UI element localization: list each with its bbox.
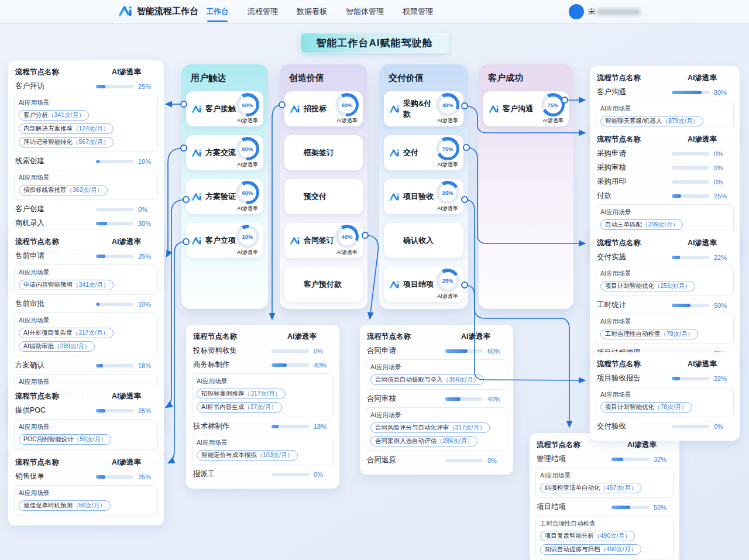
process-card[interactable]: 合同签订40%AI渗透率	[284, 223, 363, 258]
scenario-chips: 合同风险评分与自动化评审（317次/月）合同案例入选自动评估（286次/月）	[370, 422, 503, 446]
col-node-name: 流程节点名称	[537, 440, 611, 450]
ai-rate-bar: 30%	[96, 220, 157, 227]
nav-tab-item[interactable]: 流程管理	[248, 0, 278, 23]
stage-title: 创造价值	[289, 73, 358, 84]
scenario-box: AI应用场景工时合理性自动检查（78次/月）	[596, 314, 734, 344]
process-card[interactable]: 项目验收25%AI渗透率	[384, 179, 463, 214]
chip-count: （124次/月）	[73, 125, 109, 132]
chip-count: （317次/月）	[245, 390, 281, 397]
donut-label: AI渗透率	[437, 293, 458, 300]
ai-node-icon	[389, 192, 400, 202]
col-node-name: 流程节点名称	[597, 135, 672, 145]
node-panel: 流程节点名称AI渗透率合同申请60%AI应用场景合同信息自动提取与录入（356次…	[360, 325, 513, 475]
ai-rate-bar: 40%	[272, 362, 332, 369]
process-card[interactable]: 交付75%AI渗透率	[384, 135, 463, 170]
scenario-chips: 工时合理性自动检查（78次/月）	[600, 329, 729, 339]
nav-tab-item[interactable]: 数据看板	[297, 0, 327, 23]
scenario-label: AI应用场景	[19, 317, 153, 325]
scenario-box: AI应用场景结项检查清单自动化（457次/月）	[535, 468, 674, 498]
rate-value: 0%	[714, 164, 730, 171]
ai-rate-bar: 25%	[96, 83, 157, 90]
ai-rate-donut: 10%AI渗透率	[236, 225, 259, 256]
user-account[interactable]: 宋	[569, 4, 640, 19]
process-card[interactable]: 客户接触60%AI渗透率	[186, 91, 263, 126]
ai-node-icon	[290, 104, 301, 114]
progress-track	[96, 222, 133, 225]
node-name: 售前申请	[15, 251, 96, 261]
nav-tab-item[interactable]: 智能体管理	[346, 0, 384, 23]
rate-value: 80%	[714, 89, 730, 96]
scenario-label: AI应用场景	[197, 439, 329, 447]
process-card[interactable]: 确认收入	[384, 223, 463, 258]
donut-chart: 40%	[436, 93, 459, 116]
process-card-name: 确认收入	[403, 235, 459, 246]
progress-track	[611, 506, 649, 509]
rate-value: 18%	[314, 423, 330, 430]
avatar[interactable]	[569, 4, 584, 19]
progress-track	[445, 349, 483, 353]
rate-value: 0%	[714, 178, 730, 185]
scenario-chip: 合同信息自动提取与录入（356次/月）	[370, 375, 484, 385]
progress-fill	[96, 160, 99, 163]
scenario-chips: 项目计划智能优化（256次/月）	[600, 281, 729, 291]
process-card[interactable]: 客户立项10%AI渗透率	[186, 223, 263, 258]
process-card[interactable]: 方案交流60%AI渗透率	[186, 135, 263, 170]
scenario-chips: 最佳促单时机预测（56次/月）	[19, 500, 153, 511]
progress-fill	[672, 194, 681, 198]
process-card[interactable]: 框架签订	[284, 135, 363, 170]
chip-count: （341次/月）	[73, 281, 109, 288]
process-card[interactable]: 预交付	[284, 179, 363, 214]
ai-node-icon	[191, 104, 202, 114]
scenario-label: AI应用场景	[370, 411, 503, 420]
node-name: 客户拜访	[15, 81, 96, 91]
donut-chart: 10%	[236, 225, 259, 248]
scenario-chip: 拜访记录智能转化（567次/月）	[19, 137, 114, 147]
process-card[interactable]: 采购&付款40%AI渗透率	[384, 91, 463, 126]
col-ai-rate: AI渗透率	[445, 332, 506, 342]
col-ai-rate: AI渗透率	[672, 73, 733, 83]
node-name: 客户沟通	[597, 87, 672, 97]
process-card[interactable]: 项目结项25%AI渗透率	[384, 267, 463, 302]
process-card-name: 招投标	[304, 104, 335, 114]
ai-rate-bar: 40%	[445, 396, 506, 403]
top-nav-bar: 智能流程工作台 工作台流程管理数据看板智能体管理权限管理 宋	[0, 0, 749, 23]
nav-tab-active[interactable]: 工作台	[206, 0, 229, 23]
scenario-chip: 项目计划智能优化（78次/月）	[600, 402, 692, 413]
rate-value: 32%	[654, 456, 670, 463]
node-row: 线索创建10%	[15, 156, 157, 166]
nav-tab-item[interactable]: 权限管理	[403, 0, 433, 23]
rate-value: 50%	[654, 504, 670, 511]
scenario-label: AI应用场景	[19, 269, 153, 277]
chip-count: （56次/月）	[74, 435, 107, 442]
chip-count: （286次/月）	[437, 437, 473, 444]
ai-rate-donut: 60%AI渗透率	[236, 93, 259, 125]
progress-fill	[96, 85, 105, 88]
scenario-chip: 客户分析（341次/月）	[19, 110, 89, 121]
progress-track	[96, 409, 133, 413]
process-card[interactable]: 客户沟通75%AI渗透率	[483, 91, 569, 126]
ai-rate-donut: 25%AI渗透率	[436, 269, 459, 300]
process-card-name: 项目结项	[403, 279, 436, 290]
ai-rate-bar: 50%	[672, 302, 733, 309]
node-row: 付款25%	[597, 191, 733, 201]
node-row: 合同审核40%	[367, 394, 506, 404]
process-card[interactable]: 客户预付款	[284, 267, 363, 302]
rate-value: 25%	[138, 83, 154, 90]
node-name: 报派工	[193, 469, 272, 479]
scenario-box: AI应用场景POC用例智能设计（56次/月）	[14, 419, 158, 449]
donut-label: AI渗透率	[237, 117, 258, 125]
col-ai-rate: AI渗透率	[272, 332, 332, 342]
ai-rate-donut: 75%AI渗透率	[436, 137, 459, 169]
col-ai-rate: AI渗透率	[96, 391, 157, 401]
stage-column: 创造价值招投标60%AI渗透率框架签订预交付合同签订40%AI渗透率客户预付款	[280, 64, 367, 309]
donut-label: AI渗透率	[237, 249, 258, 256]
process-card[interactable]: 招投标60%AI渗透率	[284, 91, 363, 126]
col-ai-rate: AI渗透率	[611, 440, 672, 450]
node-name: 提供POC	[15, 406, 96, 415]
process-card[interactable]: 方案验证60%AI渗透率	[186, 179, 263, 214]
col-ai-rate: AI渗透率	[672, 238, 733, 248]
progress-fill	[672, 304, 690, 307]
ai-rate-bar: 0%	[272, 471, 332, 478]
rate-value: 0%	[314, 348, 330, 355]
panel-header: 流程节点名称AI渗透率	[537, 440, 672, 450]
